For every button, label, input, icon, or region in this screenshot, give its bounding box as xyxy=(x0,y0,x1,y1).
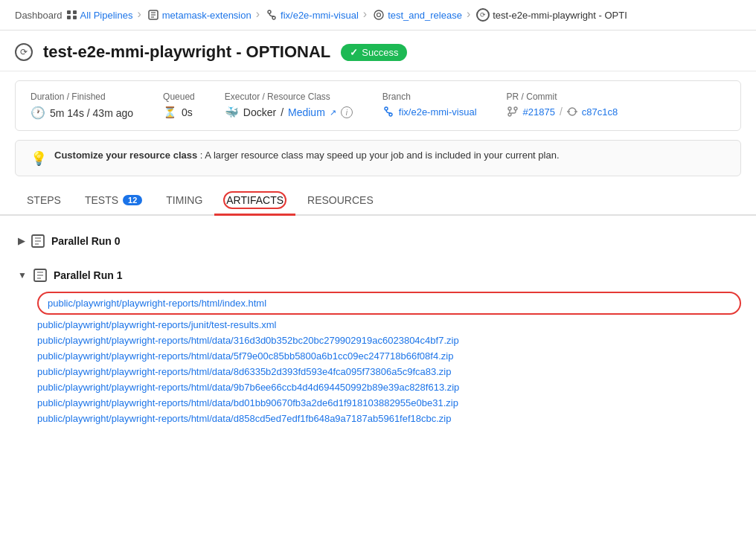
tip-text: Customize your resource class xyxy=(54,150,197,161)
project-link[interactable]: metamask-extension xyxy=(162,10,252,21)
all-pipelines-icon xyxy=(67,10,77,19)
artifact-link-4[interactable]: public/playwright/playwright-reports/htm… xyxy=(37,366,741,377)
info-icon[interactable]: i xyxy=(341,106,353,118)
nav-sep-3: › xyxy=(363,7,367,22)
nav-job-section: ⟳ test-e2e-mmi-playwright - OPTI xyxy=(476,8,627,22)
pr-separator: / xyxy=(560,106,563,118)
svg-point-7 xyxy=(377,13,381,17)
svg-point-12 xyxy=(508,113,511,116)
status-badge: Success xyxy=(341,44,407,61)
nav-project-section: metamask-extension › xyxy=(147,7,261,22)
svg-point-4 xyxy=(268,10,271,13)
nav-sep-2: › xyxy=(256,7,260,22)
breadcrumb: Dashboard All Pipelines › metamask-exten… xyxy=(0,0,756,31)
artifact-link-6[interactable]: public/playwright/playwright-reports/htm… xyxy=(37,397,741,408)
parallel-run-0: ▶ Parallel Run 0 xyxy=(15,228,741,254)
meta-duration: Duration / Finished 🕐 5m 14s / 43m ago xyxy=(31,92,133,120)
all-pipelines-link[interactable]: All Pipelines xyxy=(80,10,133,21)
parallel-run-1: ▼ Parallel Run 1 public/playwright/playw… xyxy=(15,262,741,424)
tab-artifacts-label: ARTIFACTS xyxy=(226,194,284,206)
nav-branch-section: fix/e2e-mmi-visual › xyxy=(266,7,368,22)
executor-separator: / xyxy=(281,106,284,118)
meta-queued: Queued ⏳ 0s xyxy=(163,92,195,120)
artifact-list: public/playwright/playwright-reports/htm… xyxy=(15,292,741,424)
pr-icon xyxy=(507,106,519,118)
branch-meta-icon xyxy=(382,106,394,118)
meta-pr: PR / Commit #21875 / c87c1c8 xyxy=(507,92,618,120)
artifacts-content: ▶ Parallel Run 0 ▼ Parallel Run 1 public… xyxy=(0,216,756,443)
job-meta: Duration / Finished 🕐 5m 14s / 43m ago Q… xyxy=(15,80,741,131)
external-link-icon: ↗ xyxy=(330,108,336,118)
project-icon xyxy=(147,9,159,21)
svg-point-10 xyxy=(508,107,511,110)
artifact-link-0[interactable]: public/playwright/playwright-reports/htm… xyxy=(37,292,741,315)
tip-banner: 💡 Customize your resource class : A larg… xyxy=(15,140,741,176)
parallel-run-1-title: Parallel Run 1 xyxy=(54,269,123,281)
meta-pr-label: PR / Commit xyxy=(507,92,618,102)
workflow-link[interactable]: test_and_release xyxy=(388,10,462,21)
workflow-icon xyxy=(373,9,385,21)
nav-sep-1: › xyxy=(137,7,141,22)
docker-icon: 🐳 xyxy=(225,106,239,119)
parallel-run-0-title: Parallel Run 0 xyxy=(51,235,121,247)
page-header: ⟳ test-e2e-mmi-playwright - OPTIONAL Suc… xyxy=(0,31,756,71)
meta-branch: Branch fix/e2e-mmi-visual xyxy=(382,92,477,120)
meta-queued-value: 0s xyxy=(182,106,193,118)
meta-duration-value: 5m 14s / 43m ago xyxy=(50,107,133,119)
page-title-icon: ⟳ xyxy=(15,43,33,61)
tab-tests-label: TESTS xyxy=(85,194,118,206)
chevron-right-icon: ▶ xyxy=(18,236,25,246)
meta-queued-label: Queued xyxy=(163,92,195,102)
tab-steps-label: STEPS xyxy=(27,194,61,206)
meta-branch-value[interactable]: fix/e2e-mmi-visual xyxy=(399,106,477,118)
meta-executor-label: Executor / Resource Class xyxy=(225,92,353,102)
tab-resources[interactable]: RESOURCES xyxy=(295,187,385,216)
hourglass-icon: ⏳ xyxy=(163,106,177,119)
tab-timing[interactable]: TIMING xyxy=(154,187,214,216)
meta-branch-label: Branch xyxy=(382,92,477,102)
tab-steps[interactable]: STEPS xyxy=(15,187,73,216)
nav-sep-4: › xyxy=(467,7,470,22)
commit-icon xyxy=(567,106,577,117)
cube-icon-0 xyxy=(31,234,45,248)
commit-hash[interactable]: c87c1c8 xyxy=(582,106,618,118)
page-title: test-e2e-mmi-playwright - OPTIONAL xyxy=(43,42,330,62)
pr-number[interactable]: #21875 xyxy=(523,106,555,118)
nav-workflow-section: test_and_release › xyxy=(373,7,472,22)
job-name: test-e2e-mmi-playwright - OPTI xyxy=(493,10,627,21)
clock-icon: 🕐 xyxy=(31,106,45,120)
artifact-link-5[interactable]: public/playwright/playwright-reports/htm… xyxy=(37,382,741,393)
job-icon: ⟳ xyxy=(476,8,490,22)
svg-point-6 xyxy=(374,10,383,19)
meta-executor: Executor / Resource Class 🐳 Docker / Med… xyxy=(225,92,353,120)
chevron-down-icon: ▼ xyxy=(18,270,27,280)
artifact-link-3[interactable]: public/playwright/playwright-reports/htm… xyxy=(37,350,741,362)
executor-class-link[interactable]: Medium xyxy=(288,106,325,118)
branch-icon xyxy=(266,9,278,21)
artifact-link-1[interactable]: public/playwright/playwright-reports/jun… xyxy=(37,319,741,330)
meta-executor-value: Docker xyxy=(243,106,276,118)
tab-resources-label: RESOURCES xyxy=(307,194,374,206)
artifact-link-7[interactable]: public/playwright/playwright-reports/htm… xyxy=(37,413,741,424)
svg-point-8 xyxy=(385,107,388,110)
parallel-run-0-header[interactable]: ▶ Parallel Run 0 xyxy=(15,228,741,254)
parallel-run-1-header[interactable]: ▼ Parallel Run 1 xyxy=(15,262,741,289)
tabs-bar: STEPS TESTS 12 TIMING ARTIFACTS RESOURCE… xyxy=(0,187,756,216)
nav-all-pipelines-section: All Pipelines › xyxy=(67,7,143,22)
svg-point-11 xyxy=(514,107,517,110)
nav-dashboard-label: Dashboard xyxy=(15,10,63,21)
tab-timing-label: TIMING xyxy=(166,194,202,206)
artifact-link-2[interactable]: public/playwright/playwright-reports/htm… xyxy=(37,335,741,346)
tab-artifacts[interactable]: ARTIFACTS xyxy=(214,187,295,216)
branch-link[interactable]: fix/e2e-mmi-visual xyxy=(281,10,359,21)
meta-duration-label: Duration / Finished xyxy=(31,92,133,102)
tab-tests[interactable]: TESTS 12 xyxy=(73,187,154,216)
cube-icon-1 xyxy=(33,268,48,283)
lightbulb-icon: 💡 xyxy=(31,150,47,167)
tip-description: : A larger resource class may speed up y… xyxy=(200,150,560,161)
tab-tests-badge: 12 xyxy=(123,195,142,205)
